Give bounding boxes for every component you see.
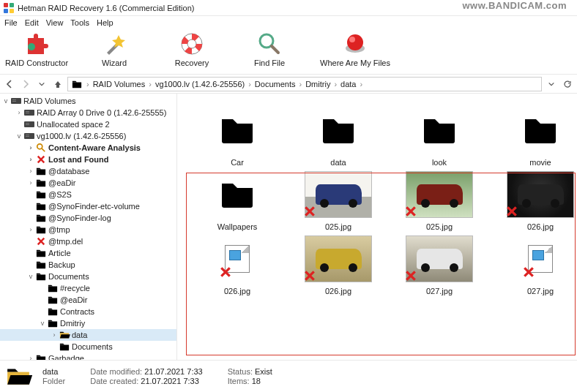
deleted-icon	[220, 266, 231, 279]
tree-item[interactable]: Unallocated space 2	[0, 118, 176, 130]
tree-item[interactable]: Contracts	[0, 306, 176, 317]
file-item[interactable]: 025.jpg	[392, 171, 486, 231]
breadcrumb-segment[interactable]: RAID Volumes	[92, 80, 147, 88]
folder-item[interactable]: Car	[190, 107, 284, 167]
svg-rect-3	[10, 9, 14, 13]
item-label: 026.jpg	[224, 287, 250, 295]
file-item[interactable]: 026.jpg	[494, 171, 577, 231]
folder-item[interactable]: movie	[494, 107, 577, 167]
tree-item[interactable]: ›Lost and Found	[0, 154, 176, 165]
menu-item-view[interactable]: View	[46, 18, 64, 27]
twisty-icon[interactable]: ›	[26, 179, 35, 186]
menu-item-edit[interactable]: Edit	[25, 18, 39, 27]
tree-item[interactable]: @SynoFinder-etc-volume	[0, 200, 176, 212]
svg-rect-16	[26, 113, 29, 113]
file-item[interactable]: 026.jpg	[291, 235, 385, 295]
status-name: data	[42, 367, 65, 376]
refresh-icon[interactable]	[561, 78, 574, 91]
breadcrumb-segment[interactable]: data	[339, 80, 357, 88]
tree-item[interactable]: Backup	[0, 259, 176, 271]
svg-point-10	[349, 37, 355, 42]
tree-item[interactable]: vDocuments	[0, 271, 176, 282]
file-item[interactable]: 027.jpg	[494, 235, 577, 295]
menu-item-tools[interactable]: Tools	[70, 18, 89, 27]
tree-item[interactable]: @SynoFinder-log	[0, 212, 176, 224]
search-icon	[35, 143, 47, 153]
nav-up-button[interactable]	[51, 78, 64, 91]
file-pane[interactable]: CardatalookmovieWallpapers025.jpg025.jpg…	[177, 94, 577, 360]
folder-item[interactable]: Wallpapers	[190, 171, 284, 231]
toolbar-label: Recovery	[175, 59, 209, 67]
folder-icon	[35, 201, 47, 211]
chevron-down-icon[interactable]	[35, 78, 48, 91]
folder-icon	[35, 225, 47, 235]
item-label: data	[330, 158, 346, 167]
tree-label: RAID Array 0 Drive 0 (1.42.6-25555)	[37, 108, 166, 117]
twisty-icon[interactable]: ›	[26, 144, 35, 151]
recovery-button[interactable]: Recovery	[160, 31, 224, 67]
tree-label: @SynoFinder-log	[48, 214, 111, 222]
nav-back-button[interactable]	[3, 78, 16, 91]
tree-item[interactable]: #recycle	[0, 282, 176, 294]
menu-item-help[interactable]: Help	[97, 18, 113, 27]
tree-item[interactable]: ›data	[0, 329, 176, 341]
tree-item[interactable]: vvg1000.lv (1.42.6-25556)	[0, 130, 176, 142]
file-item[interactable]: 025.jpg	[291, 171, 385, 231]
chevron-right-icon: ›	[299, 80, 303, 88]
folder-icon	[204, 171, 271, 218]
breadcrumb-segment[interactable]: Dmitriy	[304, 80, 332, 88]
twisty-icon[interactable]: ›	[26, 156, 35, 163]
wizard-button[interactable]: Wizard	[82, 31, 146, 67]
find-file-button[interactable]: Find File	[237, 31, 302, 67]
nav-forward-button[interactable]	[19, 78, 32, 91]
tree-label: vg1000.lv (1.42.6-25556)	[37, 132, 126, 140]
folder-icon	[204, 107, 271, 154]
file-item[interactable]: 027.jpg	[392, 235, 486, 295]
where-are-my-files-button[interactable]: Where Are My Files	[315, 31, 395, 67]
tree-item[interactable]: @eaDir	[0, 294, 176, 306]
twisty-icon[interactable]: v	[26, 273, 35, 280]
tree-item[interactable]: @S2S	[0, 189, 176, 200]
breadcrumb[interactable]: ›RAID Volumes›vg1000.lv (1.42.6-25556)›D…	[67, 77, 542, 91]
folder-icon	[4, 364, 32, 389]
tree-item[interactable]: vDmitriy	[0, 317, 176, 329]
tree-item[interactable]: Documents	[0, 341, 176, 353]
tree-label: @tmp.del	[48, 237, 83, 246]
breadcrumb-segment[interactable]: Documents	[253, 80, 297, 88]
red-button-icon	[342, 31, 368, 57]
svg-rect-13	[12, 101, 16, 102]
tree-item[interactable]: ›@eaDir	[0, 177, 176, 189]
twisty-icon[interactable]: v	[15, 132, 23, 140]
folder-tree[interactable]: vRAID Volumes›RAID Array 0 Drive 0 (1.42…	[0, 94, 177, 360]
tree-root[interactable]: vRAID Volumes	[0, 95, 176, 107]
tree-item[interactable]: ›Garbadge	[0, 353, 176, 360]
file-item[interactable]: 026.jpg	[190, 235, 284, 295]
tree-label: @tmp	[48, 225, 70, 234]
twisty-icon[interactable]: ›	[15, 109, 23, 116]
chevron-right-icon: ›	[359, 80, 363, 88]
twisty-icon[interactable]: ›	[50, 331, 59, 339]
folder-icon	[35, 248, 47, 258]
chevron-down-icon[interactable]	[545, 78, 558, 91]
twisty-icon[interactable]: v	[38, 320, 47, 327]
svg-rect-18	[26, 123, 29, 124]
chevron-right-icon: ›	[86, 80, 90, 88]
menu-item-file[interactable]: File	[4, 18, 18, 27]
twisty-icon[interactable]: ›	[26, 167, 35, 175]
folder-item[interactable]: data	[291, 107, 385, 167]
breadcrumb-segment[interactable]: vg1000.lv (1.42.6-25556)	[154, 80, 246, 88]
twisty-icon[interactable]: ›	[26, 226, 35, 233]
tree-item[interactable]: ›Content-Aware Analysis	[0, 142, 176, 154]
tree-item[interactable]: ›@database	[0, 165, 176, 177]
tree-item[interactable]: ›@tmp	[0, 224, 176, 235]
tree-item[interactable]: Article	[0, 247, 176, 259]
svg-rect-15	[26, 111, 29, 112]
raid-constructor-button[interactable]: RAID Constructor	[4, 31, 69, 67]
tree-item[interactable]: ›RAID Array 0 Drive 0 (1.42.6-25555)	[0, 107, 176, 118]
twisty-icon[interactable]: ›	[26, 355, 35, 360]
tree-item[interactable]: @tmp.del	[0, 235, 176, 247]
app-icon	[3, 2, 15, 14]
twisty-icon[interactable]: v	[1, 97, 10, 105]
folder-item[interactable]: look	[392, 107, 486, 167]
x-icon	[35, 236, 47, 246]
